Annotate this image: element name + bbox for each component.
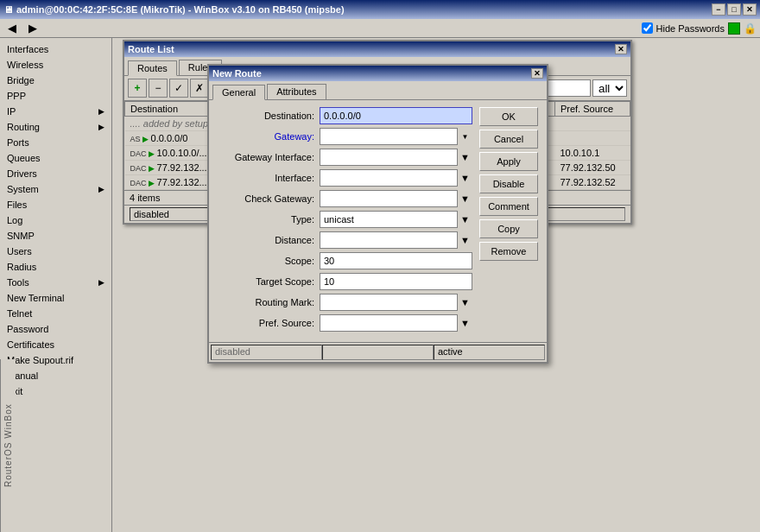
sidebar-item-queues[interactable]: Queues bbox=[0, 150, 111, 166]
sidebar-item-bridge[interactable]: Bridge bbox=[0, 73, 111, 88]
sidebar-item-system[interactable]: System▶ bbox=[0, 181, 111, 197]
new-route-status-disabled: disabled bbox=[211, 345, 322, 360]
sidebar-item-snmp[interactable]: SNMP bbox=[0, 228, 111, 244]
gateway-interface-input[interactable] bbox=[320, 149, 472, 166]
sidebar-item-telnet[interactable]: Telnet bbox=[0, 306, 111, 321]
routing-mark-arrow[interactable]: ▼ bbox=[457, 294, 472, 311]
interface-input[interactable] bbox=[320, 169, 472, 187]
find-scope-select[interactable]: all bbox=[592, 79, 627, 97]
comment-button[interactable]: Comment bbox=[479, 197, 538, 216]
new-route-close-button[interactable]: ✕ bbox=[531, 68, 543, 79]
gateway-interface-arrow[interactable]: ▼ bbox=[457, 149, 472, 166]
scope-input[interactable] bbox=[320, 252, 472, 269]
sidebar-item-password[interactable]: Password bbox=[0, 321, 111, 337]
table-cell: 10.0.10.1 bbox=[554, 146, 630, 161]
add-route-button[interactable]: + bbox=[128, 79, 147, 98]
connection-status-icon bbox=[728, 22, 740, 35]
sidebar-item-label: IP bbox=[7, 106, 16, 117]
check-gateway-input[interactable] bbox=[320, 190, 472, 207]
new-route-title: New Route bbox=[212, 68, 262, 79]
sidebar-item-label: Certificates bbox=[7, 339, 54, 350]
new-route-status-middle bbox=[322, 345, 434, 360]
interface-arrow[interactable]: ▼ bbox=[457, 169, 472, 187]
table-cell: 77.92.132.52 bbox=[554, 175, 630, 190]
sidebar-item-users[interactable]: Users bbox=[0, 244, 111, 259]
close-button[interactable]: ✕ bbox=[743, 3, 757, 16]
type-arrow[interactable]: ▼ bbox=[457, 211, 472, 228]
copy-button[interactable]: Copy bbox=[479, 219, 538, 238]
sidebar-item-new-terminal[interactable]: New Terminal bbox=[0, 290, 111, 306]
remove-button[interactable]: Remove bbox=[479, 242, 538, 261]
sidebar-item-interfaces[interactable]: Interfaces bbox=[0, 41, 111, 57]
sidebar-item-tools[interactable]: Tools▶ bbox=[0, 275, 111, 290]
type-row: Type: ▼ bbox=[216, 211, 472, 228]
sidebar-item-label: Files bbox=[7, 200, 27, 210]
pref-source-arrow[interactable]: ▼ bbox=[457, 314, 472, 332]
destination-input[interactable] bbox=[320, 107, 472, 124]
form-fields: Destination: Gateway: ▼ Gateway Interfac… bbox=[216, 107, 472, 335]
sidebar-item-label: Make Supout.rif bbox=[7, 355, 73, 365]
sidebar-item-exit[interactable]: Exit bbox=[0, 383, 111, 399]
sidebar-item-log[interactable]: Log bbox=[0, 212, 111, 228]
gateway-label: Gateway: bbox=[216, 131, 320, 142]
enable-route-button[interactable]: ✓ bbox=[169, 79, 188, 98]
distance-arrow[interactable]: ▼ bbox=[457, 231, 472, 249]
sidebar-item-files[interactable]: Files bbox=[0, 197, 111, 212]
distance-label: Distance: bbox=[216, 235, 320, 245]
new-route-status-active: active bbox=[434, 345, 545, 360]
content-area: Route List ✕ Routes Rules + − ✓ ✗ ⧉ ▼ al… bbox=[112, 38, 760, 532]
new-route-title-bar: New Route ✕ bbox=[209, 66, 547, 81]
scope-row: Scope: bbox=[216, 252, 472, 269]
distance-input[interactable] bbox=[320, 231, 472, 249]
minimize-button[interactable]: − bbox=[712, 3, 725, 16]
tab-general[interactable]: General bbox=[212, 85, 265, 100]
sidebar-item-manual[interactable]: Manual bbox=[0, 368, 111, 383]
sidebar-item-ip[interactable]: IP▶ bbox=[0, 104, 111, 119]
disable-button[interactable]: Disable bbox=[479, 174, 538, 193]
menu-bar: ◀ ▶ Hide Passwords 🔒 bbox=[0, 19, 760, 38]
pref-source-input[interactable] bbox=[320, 314, 472, 332]
sidebar-item-ppp[interactable]: PPP bbox=[0, 88, 111, 104]
side-label: RouterOS WinBox bbox=[0, 359, 16, 532]
routing-mark-input[interactable] bbox=[320, 294, 472, 311]
window-title: admin@00:0C:42:2F:5C:8E (MikroTik) - Win… bbox=[16, 4, 345, 15]
new-route-status-bar: disabled active bbox=[209, 342, 547, 362]
target-scope-row: Target Scope: bbox=[216, 273, 472, 290]
tab-routes[interactable]: Routes bbox=[128, 60, 177, 76]
sidebar-item-label: Drivers bbox=[7, 168, 37, 179]
title-bar: 🖥 admin@00:0C:42:2F:5C:8E (MikroTik) - W… bbox=[0, 0, 760, 19]
disable-route-button[interactable]: ✗ bbox=[190, 79, 209, 98]
sidebar-item-ports[interactable]: Ports bbox=[0, 135, 111, 150]
app-icon: 🖥 bbox=[3, 4, 13, 15]
sidebar-item-make-supout.rif[interactable]: Make Supout.rif bbox=[0, 352, 111, 368]
route-list-title: Route List bbox=[128, 44, 174, 54]
interface-row: Interface: ▼ bbox=[216, 169, 472, 187]
gateway-input[interactable] bbox=[320, 128, 472, 145]
target-scope-input[interactable] bbox=[320, 273, 472, 290]
sidebar-item-routing[interactable]: Routing▶ bbox=[0, 119, 111, 135]
sidebar-item-label: Telnet bbox=[7, 308, 32, 319]
apply-button[interactable]: Apply bbox=[479, 152, 538, 171]
maximize-button[interactable]: □ bbox=[727, 3, 741, 16]
ok-button[interactable]: OK bbox=[479, 107, 538, 126]
check-gateway-label: Check Gateway: bbox=[216, 193, 320, 204]
sidebar-item-certificates[interactable]: Certificates bbox=[0, 337, 111, 352]
sidebar-item-radius[interactable]: Radius bbox=[0, 259, 111, 275]
tab-attributes[interactable]: Attributes bbox=[267, 84, 326, 99]
sidebar-item-drivers[interactable]: Drivers bbox=[0, 166, 111, 181]
title-bar-left: 🖥 admin@00:0C:42:2F:5C:8E (MikroTik) - W… bbox=[3, 4, 345, 15]
hide-passwords-checkbox[interactable] bbox=[642, 22, 653, 34]
sidebar-item-label: Password bbox=[7, 324, 48, 334]
route-list-close-button[interactable]: ✕ bbox=[615, 44, 627, 54]
check-gateway-arrow[interactable]: ▼ bbox=[457, 190, 472, 207]
scope-label: Scope: bbox=[216, 256, 320, 266]
forward-button[interactable]: ▶ bbox=[24, 21, 41, 36]
type-input[interactable] bbox=[320, 211, 472, 228]
type-label: Type: bbox=[216, 214, 320, 225]
back-button[interactable]: ◀ bbox=[3, 21, 21, 36]
sidebar-item-wireless[interactable]: Wireless bbox=[0, 57, 111, 73]
remove-route-button[interactable]: − bbox=[149, 79, 168, 98]
gateway-interface-label: Gateway Interface: bbox=[216, 152, 320, 162]
gateway-dropdown-arrow[interactable]: ▼ bbox=[457, 128, 472, 145]
cancel-button[interactable]: Cancel bbox=[479, 130, 538, 149]
